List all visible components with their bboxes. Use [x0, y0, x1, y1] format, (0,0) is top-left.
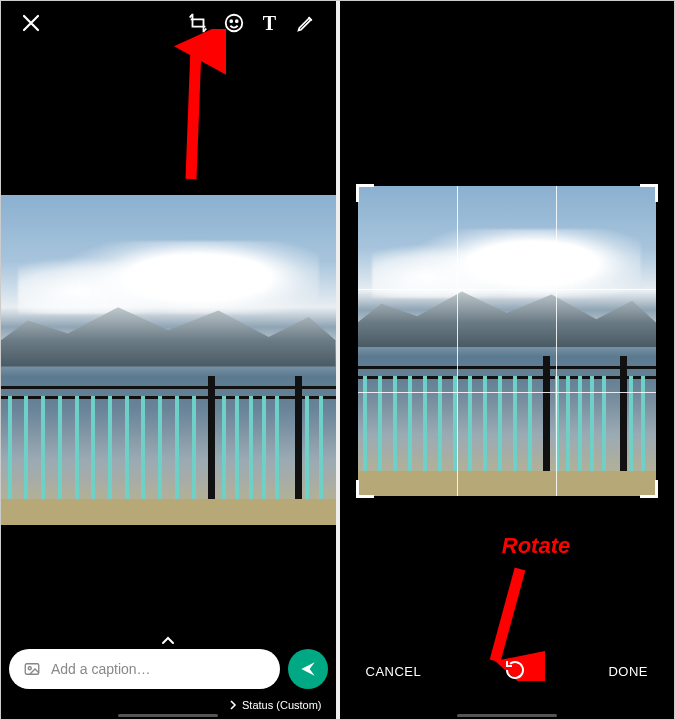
text-tool-icon: T: [263, 12, 276, 35]
crop-action-bar: CANCEL DONE: [340, 652, 675, 691]
image-placeholder-icon: [23, 660, 41, 678]
send-button[interactable]: [288, 649, 328, 689]
crop-grid-line: [358, 392, 657, 393]
close-button[interactable]: [13, 5, 49, 41]
emoji-button[interactable]: [216, 5, 252, 41]
svg-point-0: [225, 15, 242, 32]
photo-content: [358, 186, 657, 496]
crop-handle-br[interactable]: [640, 480, 658, 498]
crop-handle-tr[interactable]: [640, 184, 658, 202]
editor-panel: T Filters Add a caption…: [1, 1, 338, 719]
caption-row: Add a caption…: [9, 649, 328, 689]
crop-rotate-icon: [187, 12, 209, 34]
svg-point-1: [230, 20, 232, 22]
svg-point-4: [28, 667, 31, 670]
close-icon: [22, 14, 40, 32]
crop-panel: Rotate CANCEL DONE: [338, 1, 675, 719]
crop-rotate-button[interactable]: [180, 5, 216, 41]
text-tool-button[interactable]: T: [252, 5, 288, 41]
emoji-icon: [223, 12, 245, 34]
image-preview[interactable]: [1, 195, 336, 525]
cancel-button[interactable]: CANCEL: [366, 664, 422, 679]
crop-grid-line: [457, 186, 458, 496]
crop-grid-line: [556, 186, 557, 496]
rotate-icon: [503, 658, 527, 682]
svg-point-2: [235, 20, 237, 22]
send-icon: [298, 659, 318, 679]
editor-top-toolbar: T: [1, 1, 336, 45]
nav-handle: [118, 714, 218, 717]
crop-handle-bl[interactable]: [356, 480, 374, 498]
pencil-icon: [296, 13, 316, 33]
crop-grid-line: [358, 289, 657, 290]
done-button[interactable]: DONE: [608, 664, 648, 679]
chevron-right-icon: [228, 700, 238, 710]
draw-tool-button[interactable]: [288, 5, 324, 41]
annotation-arrow-crop: [156, 29, 226, 189]
recipient-selector[interactable]: Status (Custom): [228, 699, 321, 711]
status-label: Status (Custom): [242, 699, 321, 711]
photo-content: [1, 195, 336, 525]
nav-handle: [457, 714, 557, 717]
annotation-rotate-label: Rotate: [502, 533, 570, 559]
crop-frame[interactable]: [358, 186, 657, 496]
rotate-button[interactable]: [497, 652, 533, 691]
caption-placeholder: Add a caption…: [51, 661, 151, 677]
chevron-up-icon: [161, 635, 175, 645]
caption-input[interactable]: Add a caption…: [9, 649, 280, 689]
crop-handle-tl[interactable]: [356, 184, 374, 202]
